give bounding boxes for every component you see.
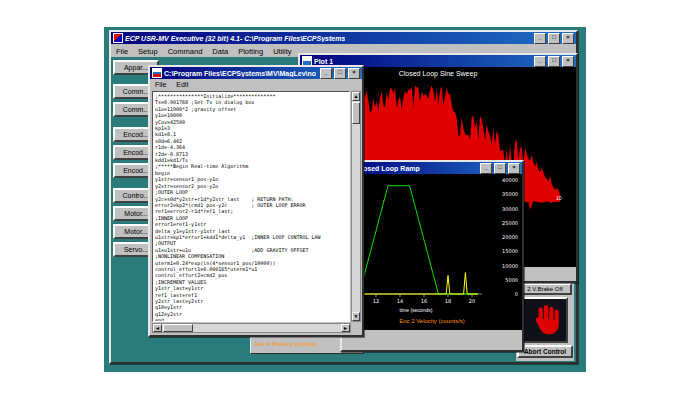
scroll-down-button[interactable]: ▼ (352, 312, 360, 321)
scroll-thumb[interactable] (163, 324, 193, 332)
editor-horizontal-scrollbar[interactable]: ◄ ► (152, 323, 351, 333)
desktop: ECP USR-MV Executive (32 bit) 4.1- C:\Pr… (104, 27, 586, 372)
velocity-trace (352, 273, 478, 294)
scroll-up-button[interactable]: ▲ (352, 92, 360, 101)
app-icon[interactable] (113, 33, 123, 43)
enc2-velocity-legend: Enc 2 Velocity (counts/s) (342, 318, 522, 324)
minimize-button[interactable]: _ (480, 163, 492, 174)
position_ramp-trace (352, 186, 478, 294)
sweep-x-tick-label: 10 (556, 195, 562, 201)
ramp-plot-area: 4000035000300002500020000150001000050000… (342, 174, 522, 330)
close-button[interactable]: × (348, 68, 360, 79)
y-tick-label: 5000 (505, 277, 518, 283)
close-button[interactable]: × (508, 163, 520, 174)
menu-setup[interactable]: Setup (133, 47, 163, 56)
close-button[interactable]: × (562, 56, 574, 67)
menu-utility[interactable]: Utility (268, 47, 296, 56)
x-tick-label: 20 (469, 298, 475, 304)
editor-menu-edit[interactable]: Edit (171, 81, 193, 88)
code-text-area[interactable]: ;***************Initialize**************… (152, 91, 350, 322)
emergency-stop-button[interactable] (522, 297, 568, 343)
minimize-button[interactable]: _ (534, 33, 546, 44)
editor-window-title: C:\Program Files\ECPSystems\MV\MagLev\no… (164, 70, 316, 77)
editor-titlebar[interactable]: C:\Program Files\ECPSystems\MV\MagLev\no… (150, 67, 362, 79)
minimize-button[interactable]: _ (534, 56, 546, 67)
minimize-button[interactable]: _ (320, 68, 332, 79)
y-tick-label: 25000 (502, 220, 518, 226)
y-tick-label: 15000 (502, 248, 518, 254)
maximize-button[interactable]: □ (494, 163, 506, 174)
scroll-thumb[interactable] (352, 102, 360, 124)
y-tick-label: 0 (515, 291, 518, 297)
ramp-window-title: Closed Loop Ramp (356, 165, 420, 172)
editor-vertical-scrollbar[interactable]: ▲ ▼ (351, 91, 361, 322)
editor-window: C:\Program Files\ECPSystems\MV\MagLev\no… (148, 65, 364, 337)
algorithm-code: ;***************Initialize**************… (153, 92, 349, 322)
y-tick-label: 20000 (502, 234, 518, 240)
scroll-left-button[interactable]: ◄ (153, 324, 162, 332)
x-tick-label: 12 (373, 298, 379, 304)
menu-command[interactable]: Command (163, 47, 208, 56)
y-tick-label: 35000 (502, 191, 518, 197)
menu-file[interactable]: File (111, 47, 133, 56)
editor-menu-file[interactable]: File (150, 81, 171, 88)
ramp-window: Closed Loop Ramp _ □ × 40000350003000025… (340, 160, 524, 352)
editor-menubar: File Edit (150, 79, 362, 90)
x-tick-label: 14 (397, 298, 403, 304)
main-window-title: ECP USR-MV Executive (32 bit) 4.1- C:\Pr… (125, 35, 345, 42)
menu-plotting[interactable]: Plotting (233, 47, 268, 56)
stop-hand-icon (528, 303, 562, 337)
ramp-bottom-strip (342, 330, 522, 350)
main-titlebar[interactable]: ECP USR-MV Executive (32 bit) 4.1- C:\Pr… (111, 32, 576, 44)
maximize-button[interactable]: □ (334, 68, 346, 79)
y-tick-label: 10000 (502, 263, 518, 269)
x-tick-label: 16 (421, 298, 427, 304)
x-tick-label: 18 (445, 298, 451, 304)
close-button[interactable]: × (562, 33, 574, 44)
enc4-position-legend: Enc 4 Position (counts) (255, 341, 317, 347)
abort-control-button[interactable]: Abort Control (517, 345, 573, 358)
plot1-window-title: Plot 1 (314, 58, 333, 65)
safety-control-panel: 2 V.Brake Off Abort Control (516, 279, 574, 361)
editor-window-icon[interactable] (152, 68, 162, 78)
maximize-button[interactable]: □ (548, 56, 560, 67)
maximize-button[interactable]: □ (548, 33, 560, 44)
ramp-x-axis-label: time (seconds) (342, 307, 490, 313)
brake-toggle-button[interactable]: 2 V.Brake Off (518, 283, 572, 295)
ramp-titlebar[interactable]: Closed Loop Ramp _ □ × (342, 162, 522, 174)
scroll-right-button[interactable]: ► (341, 324, 350, 332)
menu-data[interactable]: Data (207, 47, 233, 56)
y-tick-label: 40000 (502, 177, 518, 183)
y-tick-label: 30000 (502, 206, 518, 212)
